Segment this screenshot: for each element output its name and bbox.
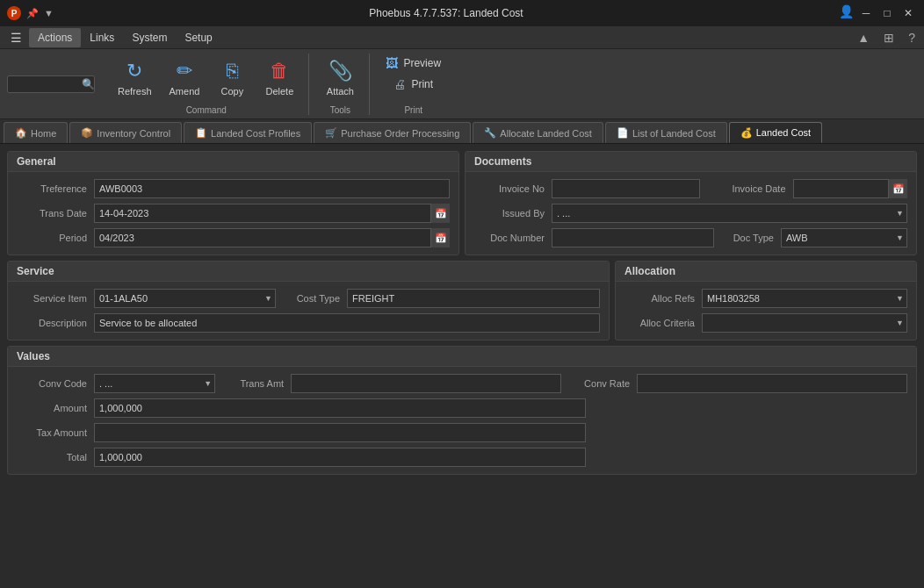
service-item-select[interactable]: 01-1ALA50 — [94, 289, 276, 308]
delete-icon: 🗑 — [270, 60, 289, 82]
trans-date-calendar-button[interactable]: 📅 — [430, 204, 450, 223]
menu-setup[interactable]: Setup — [176, 28, 220, 47]
amount-input[interactable] — [94, 398, 586, 418]
alloc-refs-select[interactable]: MH1803258 — [702, 289, 907, 308]
print-icon: 🖨 — [393, 77, 406, 91]
tab-purchase[interactable]: 🛒 Purchase Order Processing — [314, 122, 471, 143]
maximize-button[interactable]: □ — [878, 4, 896, 22]
period-label: Period — [17, 233, 87, 243]
menu-system[interactable]: System — [123, 28, 176, 47]
print-group-label: Print — [404, 105, 422, 115]
trans-date-label: Trans Date — [17, 208, 87, 219]
search-input[interactable] — [11, 79, 82, 90]
amount-label: Amount — [17, 403, 87, 413]
trans-date-row: Trans Date 📅 — [17, 204, 450, 223]
general-body: Treference Trans Date 📅 Period 📅 — [8, 172, 458, 255]
treference-input[interactable] — [94, 179, 450, 198]
trans-date-wrapper: 📅 — [94, 204, 450, 223]
issued-by-row: Issued By . ... ▼ — [474, 204, 907, 223]
attach-button[interactable]: 📎 Attach — [318, 56, 362, 100]
window-title: Phoebus 4.7.7.537: Landed Cost — [54, 7, 839, 19]
window-controls: 👤 ─ □ ✕ — [839, 4, 917, 22]
refresh-button[interactable]: ↻ Refresh — [111, 56, 159, 100]
trans-amt-input[interactable] — [291, 374, 561, 393]
copy-button[interactable]: ⎘ Copy — [210, 56, 254, 100]
amend-button[interactable]: ✏ Amend — [162, 56, 207, 100]
doc-type-label: Doc Type — [721, 233, 774, 243]
toolbar-search[interactable]: 🔍 — [7, 75, 95, 93]
tab-list[interactable]: 📄 List of Landed Cost — [605, 122, 727, 143]
invoice-date-label: Invoice Date — [707, 183, 786, 194]
issued-by-wrapper: . ... ▼ — [552, 204, 907, 223]
tab-profiles-label: Landed Cost Profiles — [211, 128, 300, 139]
conv-code-select[interactable]: . ... — [94, 374, 215, 393]
title-bar: P 📌 ▼ Phoebus 4.7.7.537: Landed Cost 👤 ─… — [0, 0, 924, 26]
hamburger-menu[interactable]: ☰ — [4, 29, 29, 47]
conv-rate-input[interactable] — [637, 374, 907, 393]
print-buttons: 🖼 Preview 🖨 Print — [379, 54, 448, 104]
treference-row: Treference — [17, 179, 450, 198]
attach-label: Attach — [327, 86, 354, 97]
menu-actions[interactable]: Actions — [29, 28, 81, 47]
issued-by-select[interactable]: . ... — [552, 204, 907, 223]
collapse-button[interactable]: ▲ — [852, 29, 875, 47]
invoice-no-label: Invoice No — [474, 183, 545, 194]
alloc-refs-row: Alloc Refs MH1803258 ▼ — [624, 289, 907, 308]
pin-icon: 📌 — [26, 8, 39, 19]
minimize-button[interactable]: ─ — [857, 4, 875, 22]
tab-inventory-label: Inventory Control — [97, 128, 170, 139]
command-group: ↻ Refresh ✏ Amend ⎘ Copy 🗑 Delete Comman… — [104, 54, 309, 115]
doc-number-input[interactable] — [552, 228, 714, 247]
preview-button[interactable]: 🖼 Preview — [379, 54, 448, 73]
delete-button[interactable]: 🗑 Delete — [257, 56, 301, 100]
print-button[interactable]: 🖨 Print — [386, 75, 440, 94]
purchase-tab-icon: 🛒 — [325, 127, 337, 139]
doc-type-select[interactable]: AWB — [781, 228, 907, 247]
trans-date-input[interactable] — [94, 204, 450, 223]
preview-icon: 🖼 — [386, 56, 398, 70]
alloc-criteria-select[interactable] — [702, 313, 907, 333]
title-bar-left: P 📌 ▼ — [7, 6, 54, 20]
refresh-label: Refresh — [118, 86, 152, 97]
refresh-icon: ↻ — [126, 60, 142, 82]
copy-label: Copy — [221, 86, 244, 97]
tab-home[interactable]: 🏠 Home — [4, 122, 68, 143]
service-section: Service Service Item 01-1ALA50 ▼ Cost Ty… — [7, 261, 610, 341]
close-button[interactable]: ✕ — [899, 4, 917, 22]
tab-profiles[interactable]: 📋 Landed Cost Profiles — [184, 122, 312, 143]
menu-links[interactable]: Links — [81, 28, 123, 47]
service-item-row: Service Item 01-1ALA50 ▼ Cost Type — [17, 289, 600, 308]
issued-by-label: Issued By — [474, 208, 545, 219]
allocation-title: Allocation — [616, 262, 916, 282]
restore-button[interactable]: ⊞ — [878, 29, 899, 47]
tab-home-label: Home — [31, 128, 56, 139]
service-item-wrapper: 01-1ALA50 ▼ — [94, 289, 276, 308]
search-icon: 🔍 — [82, 78, 95, 90]
service-title: Service — [8, 262, 609, 282]
menu-bar-right: ▲ ⊞ ? — [852, 29, 920, 47]
doc-number-row: Doc Number Doc Type AWB ▼ — [474, 228, 907, 247]
invoice-date-calendar-button[interactable]: 📅 — [888, 179, 907, 198]
trans-amt-label: Trans Amt — [222, 378, 284, 389]
preview-label: Preview — [403, 57, 441, 69]
invoice-no-input[interactable] — [552, 179, 700, 198]
app-logo: P — [7, 6, 21, 20]
copy-icon: ⎘ — [227, 60, 238, 82]
service-body: Service Item 01-1ALA50 ▼ Cost Type Descr… — [8, 282, 609, 340]
tab-landedcost[interactable]: 💰 Landed Cost — [729, 122, 822, 143]
total-input[interactable] — [94, 448, 586, 467]
description-input[interactable] — [94, 313, 600, 333]
alloc-criteria-row: Alloc Criteria ▼ — [624, 313, 907, 333]
period-input[interactable] — [94, 228, 450, 247]
tax-amount-input[interactable] — [94, 423, 586, 442]
conv-row: Conv Code . ... ▼ Trans Amt Conv Rate — [17, 374, 907, 393]
cost-type-input[interactable] — [347, 289, 600, 308]
total-label: Total — [17, 452, 87, 463]
invoice-row: Invoice No Invoice Date 📅 — [474, 179, 907, 198]
period-calendar-button[interactable]: 📅 — [430, 228, 450, 247]
help-button[interactable]: ? — [903, 29, 920, 47]
tab-inventory[interactable]: 📦 Inventory Control — [69, 122, 182, 143]
tab-allocate[interactable]: 🔧 Allocate Landed Cost — [473, 122, 603, 143]
tab-landedcost-label: Landed Cost — [756, 127, 811, 138]
user-icon: 👤 — [839, 4, 854, 22]
